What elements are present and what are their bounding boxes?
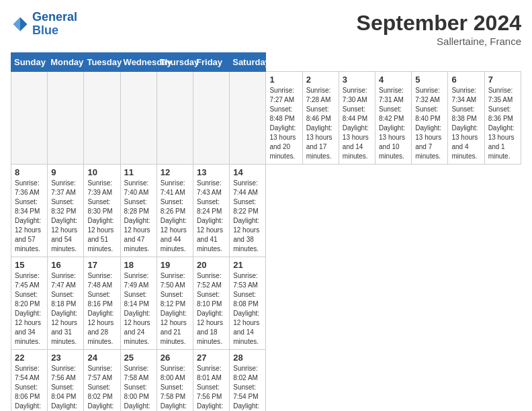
day-number: 14 (233, 167, 262, 177)
day-number: 13 (197, 167, 226, 177)
calendar-cell: 9Sunrise: 7:37 AMSunset: 8:32 PMDaylight… (48, 165, 84, 257)
calendar-header-row: SundayMondayTuesdayWednesdayThursdayFrid… (11, 53, 521, 72)
day-info: Sunrise: 7:56 AMSunset: 8:04 PMDaylight:… (51, 364, 80, 411)
day-number: 8 (15, 167, 44, 177)
calendar-cell: 21Sunrise: 7:53 AMSunset: 8:08 PMDayligh… (230, 257, 266, 350)
day-number: 16 (51, 260, 80, 270)
day-info: Sunrise: 7:31 AMSunset: 8:42 PMDaylight:… (379, 86, 408, 161)
calendar-cell: 15Sunrise: 7:45 AMSunset: 8:20 PMDayligh… (11, 257, 48, 350)
day-info: Sunrise: 8:00 AMSunset: 7:58 PMDaylight:… (161, 364, 189, 411)
day-number: 24 (87, 353, 116, 363)
day-info: Sunrise: 7:50 AMSunset: 8:12 PMDaylight:… (161, 271, 189, 347)
day-info: Sunrise: 7:43 AMSunset: 8:24 PMDaylight:… (197, 179, 226, 254)
calendar-table: SundayMondayTuesdayWednesdayThursdayFrid… (11, 52, 521, 411)
calendar-cell: 6Sunrise: 7:34 AMSunset: 8:38 PMDaylight… (448, 72, 484, 165)
day-info: Sunrise: 7:44 AMSunset: 8:22 PMDaylight:… (233, 179, 262, 254)
day-number: 10 (87, 167, 116, 177)
day-info: Sunrise: 7:54 AMSunset: 8:06 PMDaylight:… (15, 364, 44, 411)
calendar-cell: 5Sunrise: 7:32 AMSunset: 8:40 PMDaylight… (412, 72, 448, 165)
month-title: September 2024 (357, 11, 521, 36)
day-number: 25 (124, 353, 153, 363)
calendar-cell: 23Sunrise: 7:56 AMSunset: 8:04 PMDayligh… (48, 350, 84, 412)
logo-blue: Blue (32, 24, 58, 37)
location-subtitle: Sallertaine, France (357, 36, 521, 47)
calendar-cell: 3Sunrise: 7:30 AMSunset: 8:44 PMDaylight… (339, 72, 375, 165)
day-info: Sunrise: 7:37 AMSunset: 8:32 PMDaylight:… (51, 179, 80, 254)
calendar-cell (11, 72, 48, 165)
page-header: General Blue September 2024 Sallertaine,… (11, 11, 521, 47)
title-block: September 2024 Sallertaine, France (357, 11, 521, 47)
day-number: 15 (15, 260, 44, 270)
col-header-saturday: Saturday (230, 53, 266, 72)
day-number: 12 (161, 167, 189, 177)
calendar-cell: 25Sunrise: 7:58 AMSunset: 8:00 PMDayligh… (120, 350, 157, 412)
calendar-cell: 19Sunrise: 7:50 AMSunset: 8:12 PMDayligh… (157, 257, 193, 350)
day-info: Sunrise: 7:40 AMSunset: 8:28 PMDaylight:… (124, 179, 153, 254)
day-number: 7 (488, 75, 517, 85)
calendar-cell: 11Sunrise: 7:40 AMSunset: 8:28 PMDayligh… (120, 165, 157, 257)
calendar-cell (84, 72, 120, 165)
day-number: 26 (161, 353, 189, 363)
calendar-cell (230, 72, 266, 165)
day-number: 11 (124, 167, 153, 177)
day-info: Sunrise: 7:35 AMSunset: 8:36 PMDaylight:… (488, 86, 517, 161)
week-row-3: 15Sunrise: 7:45 AMSunset: 8:20 PMDayligh… (11, 257, 521, 350)
day-number: 27 (197, 353, 226, 363)
calendar-cell (120, 72, 157, 165)
day-info: Sunrise: 7:53 AMSunset: 8:08 PMDaylight:… (233, 271, 262, 347)
calendar-cell: 20Sunrise: 7:52 AMSunset: 8:10 PMDayligh… (193, 257, 230, 350)
day-info: Sunrise: 7:30 AMSunset: 8:44 PMDaylight:… (343, 86, 371, 161)
svg-marker-1 (13, 17, 21, 31)
col-header-friday: Friday (193, 53, 230, 72)
col-header-wednesday: Wednesday (120, 53, 157, 72)
col-header-sunday: Sunday (11, 53, 48, 72)
day-number: 19 (161, 260, 189, 270)
day-info: Sunrise: 7:45 AMSunset: 8:20 PMDaylight:… (15, 271, 44, 347)
day-number: 17 (87, 260, 116, 270)
calendar-cell: 7Sunrise: 7:35 AMSunset: 8:36 PMDaylight… (484, 72, 521, 165)
calendar-cell: 24Sunrise: 7:57 AMSunset: 8:02 PMDayligh… (84, 350, 120, 412)
calendar-cell (193, 72, 230, 165)
day-info: Sunrise: 7:58 AMSunset: 8:00 PMDaylight:… (124, 364, 153, 411)
col-header-thursday: Thursday (157, 53, 193, 72)
calendar-cell: 2Sunrise: 7:28 AMSunset: 8:46 PMDaylight… (302, 72, 339, 165)
day-info: Sunrise: 7:32 AMSunset: 8:40 PMDaylight:… (415, 86, 444, 161)
day-number: 18 (124, 260, 153, 270)
day-number: 9 (51, 167, 80, 177)
calendar-cell: 28Sunrise: 8:02 AMSunset: 7:54 PMDayligh… (230, 350, 266, 412)
calendar-cell: 12Sunrise: 7:41 AMSunset: 8:26 PMDayligh… (157, 165, 193, 257)
col-header-monday: Monday (48, 53, 84, 72)
day-number: 1 (269, 75, 298, 85)
svg-marker-0 (20, 17, 28, 31)
calendar-cell: 18Sunrise: 7:49 AMSunset: 8:14 PMDayligh… (120, 257, 157, 350)
day-info: Sunrise: 7:48 AMSunset: 8:16 PMDaylight:… (87, 271, 116, 347)
day-number: 4 (379, 75, 408, 85)
logo-icon (11, 15, 30, 34)
day-info: Sunrise: 7:57 AMSunset: 8:02 PMDaylight:… (87, 364, 116, 411)
calendar-cell (48, 72, 84, 165)
day-info: Sunrise: 7:27 AMSunset: 8:48 PMDaylight:… (269, 86, 298, 161)
calendar-cell: 4Sunrise: 7:31 AMSunset: 8:42 PMDaylight… (375, 72, 412, 165)
day-info: Sunrise: 7:39 AMSunset: 8:30 PMDaylight:… (87, 179, 116, 254)
day-number: 28 (233, 353, 262, 363)
day-info: Sunrise: 7:36 AMSunset: 8:34 PMDaylight:… (15, 179, 44, 254)
calendar-cell: 16Sunrise: 7:47 AMSunset: 8:18 PMDayligh… (48, 257, 84, 350)
day-info: Sunrise: 7:41 AMSunset: 8:26 PMDaylight:… (161, 179, 189, 254)
calendar-cell: 14Sunrise: 7:44 AMSunset: 8:22 PMDayligh… (230, 165, 266, 257)
day-number: 22 (15, 353, 44, 363)
calendar-cell: 8Sunrise: 7:36 AMSunset: 8:34 PMDaylight… (11, 165, 48, 257)
logo-general: General (32, 10, 77, 24)
calendar-cell: 26Sunrise: 8:00 AMSunset: 7:58 PMDayligh… (157, 350, 193, 412)
calendar-cell: 17Sunrise: 7:48 AMSunset: 8:16 PMDayligh… (84, 257, 120, 350)
logo-text: General Blue (32, 11, 77, 38)
day-number: 23 (51, 353, 80, 363)
day-number: 21 (233, 260, 262, 270)
calendar-cell: 27Sunrise: 8:01 AMSunset: 7:56 PMDayligh… (193, 350, 230, 412)
day-number: 20 (197, 260, 226, 270)
day-info: Sunrise: 7:47 AMSunset: 8:18 PMDaylight:… (51, 271, 80, 347)
day-number: 5 (415, 75, 444, 85)
calendar-cell: 22Sunrise: 7:54 AMSunset: 8:06 PMDayligh… (11, 350, 48, 412)
week-row-1: 1Sunrise: 7:27 AMSunset: 8:48 PMDaylight… (11, 72, 521, 165)
calendar-cell (157, 72, 193, 165)
day-info: Sunrise: 7:49 AMSunset: 8:14 PMDaylight:… (124, 271, 153, 347)
